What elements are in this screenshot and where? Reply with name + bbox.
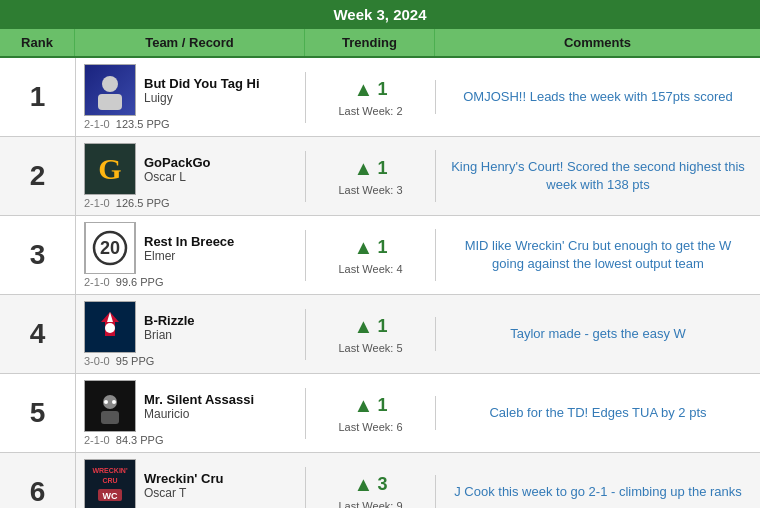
rank-number: 4 xyxy=(0,308,75,360)
trending-cell: ▲1Last Week: 5 xyxy=(305,309,435,360)
table-row: 3 20 Rest In BreeceElmer2-1-0 99.6 PPG▲1… xyxy=(0,216,760,295)
page-header: Week 3, 2024 xyxy=(0,0,760,29)
team-owner: Oscar L xyxy=(144,170,210,184)
comment-cell: J Cook this week to go 2-1 - climbing up… xyxy=(435,475,760,508)
team-name: B-Rizzle xyxy=(144,313,195,328)
trend-amount: 1 xyxy=(377,395,387,416)
trend-arrow-icon: ▲ xyxy=(354,78,374,101)
comment-cell: Caleb for the TD! Edges TUA by 2 pts xyxy=(435,396,760,430)
trending-cell: ▲1Last Week: 2 xyxy=(305,72,435,123)
col-trending: Trending xyxy=(305,29,435,56)
team-cell: Mr. Silent AssassiMauricio2-1-0 84.3 PPG xyxy=(75,374,305,452)
trend-amount: 1 xyxy=(377,316,387,337)
team-name: GoPackGo xyxy=(144,155,210,170)
trend-amount: 3 xyxy=(377,474,387,495)
trend-arrow-icon: ▲ xyxy=(354,236,374,259)
rank-number: 2 xyxy=(0,150,75,202)
team-cell: WRECKIN' CRU WC Wreckin' CruOscar T2-1-0… xyxy=(75,453,305,508)
last-week-label: Last Week: 3 xyxy=(339,184,403,196)
trend-badge: ▲1 xyxy=(354,78,388,101)
rankings-table: 1 But Did You Tag HiLuigy2-1-0 123.5 PPG… xyxy=(0,58,760,508)
team-logo: G xyxy=(84,143,136,195)
trend-amount: 1 xyxy=(377,237,387,258)
table-row: 1 But Did You Tag HiLuigy2-1-0 123.5 PPG… xyxy=(0,58,760,137)
trend-amount: 1 xyxy=(377,79,387,100)
last-week-label: Last Week: 2 xyxy=(339,105,403,117)
team-name: Mr. Silent Assassi xyxy=(144,392,254,407)
table-row: 5 Mr. Silent AssassiMauricio2-1-0 84.3 P… xyxy=(0,374,760,453)
trending-cell: ▲1Last Week: 4 xyxy=(305,230,435,281)
trend-arrow-icon: ▲ xyxy=(354,394,374,417)
last-week-label: Last Week: 5 xyxy=(339,342,403,354)
team-logo xyxy=(84,301,136,353)
col-comments: Comments xyxy=(435,29,760,56)
col-rank: Rank xyxy=(0,29,75,56)
team-name: Wreckin' Cru xyxy=(144,471,223,486)
rank-number: 5 xyxy=(0,387,75,439)
team-cell: But Did You Tag HiLuigy2-1-0 123.5 PPG xyxy=(75,58,305,136)
team-name: Rest In Breece xyxy=(144,234,234,249)
team-cell: G GoPackGoOscar L2-1-0 126.5 PPG xyxy=(75,137,305,215)
comment-cell: MID like Wreckin' Cru but enough to get … xyxy=(435,229,760,281)
trend-badge: ▲1 xyxy=(354,394,388,417)
comment-cell: OMJOSH!! Leads the week with 157pts scor… xyxy=(435,80,760,114)
trend-badge: ▲1 xyxy=(354,157,388,180)
team-record: 2-1-0 99.6 PPG xyxy=(84,276,297,288)
team-record: 2-1-0 126.5 PPG xyxy=(84,197,297,209)
header-title: Week 3, 2024 xyxy=(333,6,426,23)
trend-arrow-icon: ▲ xyxy=(354,315,374,338)
trend-amount: 1 xyxy=(377,158,387,179)
team-logo: WRECKIN' CRU WC xyxy=(84,459,136,508)
table-row: 4 B-RizzleBrian3-0-0 95 PPG▲1Last Week: … xyxy=(0,295,760,374)
svg-text:20: 20 xyxy=(100,238,120,258)
last-week-label: Last Week: 4 xyxy=(339,263,403,275)
svg-text:WC: WC xyxy=(103,491,118,501)
team-owner: Brian xyxy=(144,328,195,342)
last-week-label: Last Week: 6 xyxy=(339,421,403,433)
team-cell: B-RizzleBrian3-0-0 95 PPG xyxy=(75,295,305,373)
trending-cell: ▲1Last Week: 6 xyxy=(305,388,435,439)
team-logo xyxy=(84,64,136,116)
svg-point-6 xyxy=(105,323,115,333)
svg-point-10 xyxy=(112,400,116,404)
rank-number: 1 xyxy=(0,71,75,123)
team-owner: Elmer xyxy=(144,249,234,263)
trend-badge: ▲3 xyxy=(354,473,388,496)
comment-cell: King Henry's Court! Scored the second hi… xyxy=(435,150,760,202)
table-row: 6 WRECKIN' CRU WC Wreckin' CruOscar T2-1… xyxy=(0,453,760,508)
trending-cell: ▲1Last Week: 3 xyxy=(305,151,435,202)
trending-cell: ▲3Last Week: 9 xyxy=(305,467,435,509)
trend-arrow-icon: ▲ xyxy=(354,157,374,180)
svg-point-9 xyxy=(104,400,108,404)
last-week-label: Last Week: 9 xyxy=(339,500,403,509)
comment-cell: Taylor made - gets the easy W xyxy=(435,317,760,351)
svg-rect-1 xyxy=(98,94,122,110)
team-cell: 20 Rest In BreeceElmer2-1-0 99.6 PPG xyxy=(75,216,305,294)
team-owner: Mauricio xyxy=(144,407,254,421)
team-owner: Oscar T xyxy=(144,486,223,500)
column-headers: Rank Team / Record Trending Comments xyxy=(0,29,760,58)
svg-rect-8 xyxy=(101,411,119,424)
team-logo xyxy=(84,380,136,432)
team-record: 3-0-0 95 PPG xyxy=(84,355,297,367)
team-record: 2-1-0 84.3 PPG xyxy=(84,434,297,446)
trend-badge: ▲1 xyxy=(354,315,388,338)
trend-badge: ▲1 xyxy=(354,236,388,259)
svg-point-0 xyxy=(102,76,118,92)
team-record: 2-1-0 123.5 PPG xyxy=(84,118,297,130)
col-team: Team / Record xyxy=(75,29,305,56)
table-row: 2 G GoPackGoOscar L2-1-0 126.5 PPG▲1Last… xyxy=(0,137,760,216)
trend-arrow-icon: ▲ xyxy=(354,473,374,496)
rank-number: 3 xyxy=(0,229,75,281)
team-logo: 20 xyxy=(84,222,136,274)
team-owner: Luigy xyxy=(144,91,260,105)
team-name: But Did You Tag Hi xyxy=(144,76,260,91)
rank-number: 6 xyxy=(0,466,75,508)
